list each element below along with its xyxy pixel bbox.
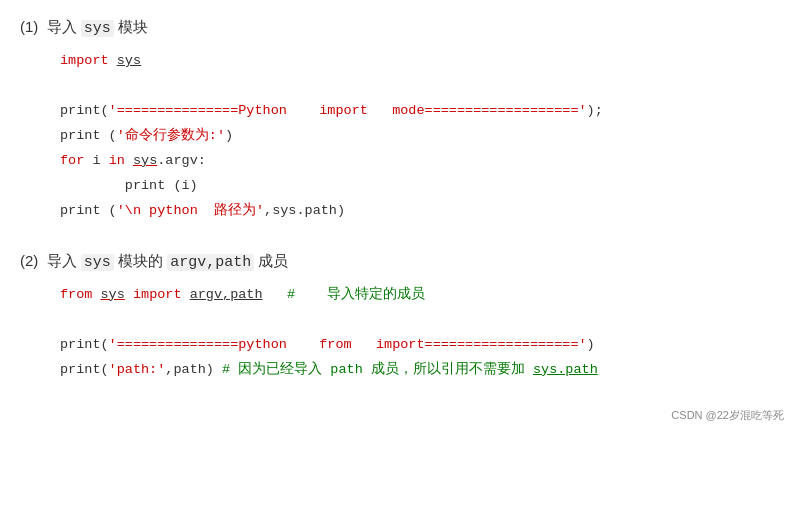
code-line-import: import sys: [60, 49, 776, 74]
section-2-code: from sys import argv,path # 导入特定的成员 prin…: [20, 283, 776, 383]
section-2-title: 导入 sys 模块的 argv,path 成员: [47, 252, 289, 271]
code-line-from: from sys import argv,path # 导入特定的成员: [60, 283, 776, 308]
code-line-print4: print('===============python from import…: [60, 333, 776, 358]
page-container: (1) 导入 sys 模块 import sys print('========…: [0, 0, 796, 431]
code-line-print5: print('path:',path) # 因为已经导入 path 成员，所以引…: [60, 358, 776, 383]
section-1: (1) 导入 sys 模块 import sys print('========…: [20, 18, 776, 224]
code-line-for: for i in sys.argv:: [60, 149, 776, 174]
code-line-blank1: [60, 74, 776, 99]
section-1-label: (1): [20, 18, 47, 35]
section-2-header: (2) 导入 sys 模块的 argv,path 成员: [20, 252, 776, 271]
watermark: CSDN @22岁混吃等死: [671, 408, 784, 423]
code-line-print2: print ('命令行参数为:'): [60, 124, 776, 149]
section-1-code: import sys print('===============Python …: [20, 49, 776, 224]
code-line-print3: print ('\n python 路径为',sys.path): [60, 199, 776, 224]
section-1-header: (1) 导入 sys 模块: [20, 18, 776, 37]
code-line-print-i: print (i): [60, 174, 776, 199]
section-1-title: 导入 sys 模块: [47, 18, 148, 37]
section-2-label: (2): [20, 252, 47, 269]
section-2: (2) 导入 sys 模块的 argv,path 成员 from sys imp…: [20, 252, 776, 383]
code-line-blank2: [60, 308, 776, 333]
code-line-print1: print('===============Python import mode…: [60, 99, 776, 124]
